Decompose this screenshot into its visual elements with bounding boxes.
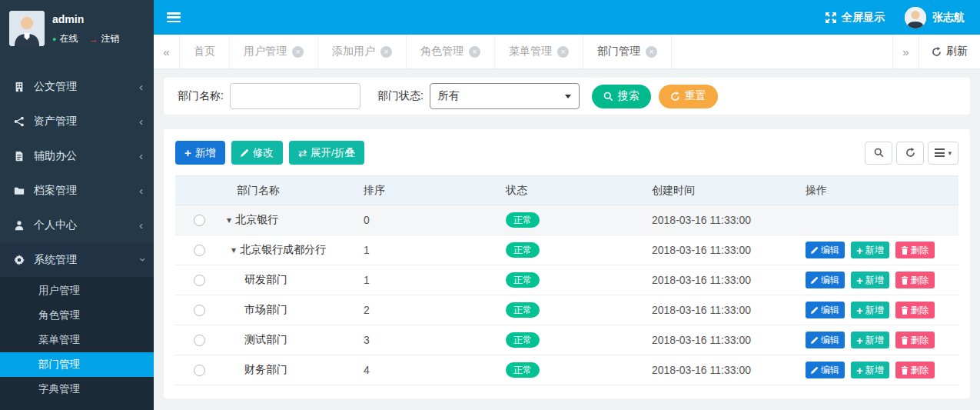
- tab-close-icon[interactable]: ×: [557, 46, 569, 58]
- tab-label: 菜单管理: [509, 45, 552, 58]
- add-dept-button[interactable]: + 新增: [175, 141, 225, 165]
- tabs-scroll-left-button[interactable]: «: [154, 35, 180, 68]
- chevron-down-icon: ‹: [135, 258, 148, 262]
- row-radio[interactable]: [194, 335, 205, 346]
- logout-link[interactable]: 注销: [101, 32, 119, 45]
- reset-label: 重置: [685, 89, 706, 103]
- edit-dept-button[interactable]: 修改: [231, 141, 283, 165]
- chevron-left-icon: ‹: [139, 149, 143, 162]
- row-radio[interactable]: [194, 245, 205, 256]
- refresh-label: 刷新: [946, 45, 968, 58]
- delete-button[interactable]: 删除: [895, 332, 935, 348]
- online-label: 在线: [59, 32, 78, 45]
- dept-status-select[interactable]: 所有: [430, 83, 580, 109]
- add-label: 新增: [865, 334, 884, 347]
- table-row: 市场部门 2 正常 2018-03-16 11:33:00 编辑 +新增 删除: [175, 295, 958, 325]
- table-tools: ▾: [865, 142, 958, 165]
- sidebar-item-archive-mgmt[interactable]: 档案管理 ‹: [0, 173, 154, 208]
- header-created: 创建时间: [644, 176, 798, 205]
- caret-down-icon: ▾: [948, 149, 952, 157]
- status-badge: 正常: [506, 362, 540, 378]
- add-child-button[interactable]: +新增: [851, 362, 889, 378]
- sidebar-item-dept-mgmt[interactable]: 部门管理: [0, 352, 154, 377]
- tab-user-mgmt[interactable]: 用户管理×: [230, 35, 318, 68]
- add-child-button[interactable]: +新增: [851, 272, 889, 288]
- delete-button[interactable]: 删除: [895, 362, 935, 378]
- tab-close-icon[interactable]: ×: [646, 46, 657, 58]
- tabs-scroll-right-button[interactable]: »: [892, 35, 919, 68]
- sidebar-toggle-button[interactable]: [154, 0, 194, 35]
- sidebar-item-label: 公文管理: [34, 80, 77, 94]
- row-radio[interactable]: [194, 275, 205, 286]
- sidebar-item-document-mgmt[interactable]: 公文管理 ‹: [0, 69, 154, 104]
- edit-button[interactable]: 编辑: [806, 272, 845, 288]
- tab-dept-mgmt[interactable]: 部门管理×: [583, 35, 672, 68]
- tab-menu-mgmt[interactable]: 菜单管理×: [495, 35, 583, 68]
- header-status: 状态: [498, 176, 644, 205]
- delete-button[interactable]: 删除: [895, 302, 935, 318]
- topbar-avatar[interactable]: [905, 7, 926, 28]
- sidebar-item-system-mgmt[interactable]: 系统管理 ‹: [0, 242, 154, 277]
- dept-name: 财务部门: [244, 363, 287, 377]
- edit-button[interactable]: 编辑: [806, 242, 845, 258]
- dept-name: 市场部门: [244, 303, 287, 317]
- fullscreen-button[interactable]: 全屏显示: [826, 11, 885, 25]
- tab-label: 首页: [194, 45, 215, 58]
- sidebar-item-menu-mgmt[interactable]: 菜单管理: [0, 328, 154, 352]
- add-child-button[interactable]: +新增: [851, 302, 889, 318]
- add-child-button[interactable]: +新增: [851, 332, 889, 348]
- chevron-left-icon: ‹: [139, 115, 143, 128]
- tree-collapse-icon[interactable]: ▾: [223, 215, 235, 225]
- header-dept-name: 部门名称: [221, 176, 356, 205]
- created-time: 2018-03-16 11:33:00: [644, 295, 798, 325]
- tab-close-icon[interactable]: ×: [292, 46, 304, 58]
- table-search-button[interactable]: [865, 142, 892, 165]
- edit-button[interactable]: 编辑: [806, 302, 845, 318]
- search-button[interactable]: 搜索: [592, 85, 651, 108]
- tab-home[interactable]: 首页: [180, 35, 230, 68]
- tab-role-mgmt[interactable]: 角色管理×: [407, 35, 495, 68]
- add-label: 新增: [865, 244, 884, 257]
- add-child-button[interactable]: +新增: [851, 242, 889, 258]
- dept-order: 1: [356, 235, 498, 265]
- delete-label: 删除: [911, 244, 929, 257]
- edit-button[interactable]: 编辑: [806, 332, 845, 348]
- row-radio[interactable]: [194, 305, 205, 316]
- sidebar-item-role-mgmt[interactable]: 角色管理: [0, 303, 154, 328]
- tab-label: 添加用户: [332, 45, 375, 58]
- table-columns-button[interactable]: ▾: [928, 142, 958, 165]
- row-radio[interactable]: [194, 365, 205, 376]
- person-photo-icon: [9, 11, 45, 46]
- list-icon: [935, 148, 945, 157]
- delete-button[interactable]: 删除: [895, 242, 935, 258]
- sub-item-label: 部门管理: [38, 358, 80, 372]
- topbar-username[interactable]: 张志航: [932, 11, 965, 25]
- dept-name-input[interactable]: [230, 83, 360, 109]
- sidebar-item-user-mgmt[interactable]: 用户管理: [0, 278, 154, 303]
- add-label: 新增: [865, 274, 884, 287]
- plus-icon: +: [856, 365, 863, 376]
- building-icon: [14, 82, 34, 92]
- delete-label: 删除: [911, 334, 929, 347]
- delete-label: 删除: [911, 364, 929, 377]
- sidebar-item-office-assist[interactable]: 辅助办公 ‹: [0, 138, 154, 173]
- sidebar-item-personal-center[interactable]: 个人中心 ‹: [0, 208, 154, 242]
- tab-close-icon[interactable]: ×: [380, 46, 392, 58]
- sidebar-item-label: 个人中心: [34, 218, 77, 232]
- row-radio[interactable]: [194, 215, 205, 226]
- header-select: [175, 176, 221, 205]
- table-refresh-button[interactable]: [896, 142, 924, 165]
- expand-collapse-button[interactable]: ⇄ 展开/折叠: [289, 141, 364, 165]
- chevron-left-icon: ‹: [139, 184, 143, 197]
- refresh-tab-button[interactable]: 刷新: [919, 35, 980, 68]
- tab-add-user[interactable]: 添加用户×: [318, 35, 407, 68]
- tree-collapse-icon[interactable]: ▾: [228, 245, 240, 255]
- reset-button[interactable]: 重置: [659, 85, 718, 108]
- sidebar-item-dict-mgmt[interactable]: 字典管理: [0, 377, 154, 402]
- edit-label: 编辑: [821, 244, 839, 257]
- sidebar-item-asset-mgmt[interactable]: 资产管理 ‹: [0, 104, 154, 138]
- edit-button[interactable]: 编辑: [806, 362, 845, 378]
- tab-close-icon[interactable]: ×: [469, 46, 480, 58]
- user-name: admin: [52, 13, 119, 25]
- delete-button[interactable]: 删除: [895, 272, 935, 288]
